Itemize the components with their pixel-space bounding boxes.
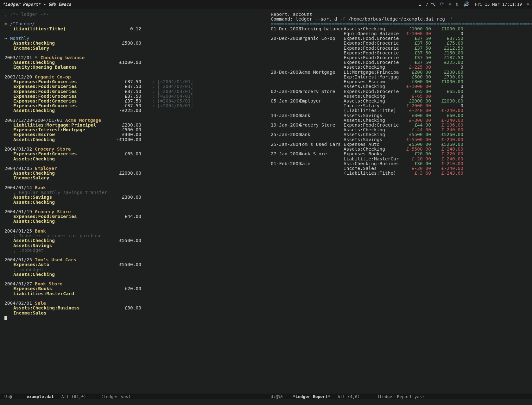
report-row: Income:Salary£-2000.000 (271, 103, 529, 108)
modeline-mode: (Ledger Report yas) (377, 395, 424, 399)
modeline-position: All (4,0) (330, 395, 377, 399)
modeline-position: All (64,0) (54, 395, 101, 399)
minibuffer[interactable] (0, 399, 532, 405)
report-divider: ========================================… (271, 22, 529, 26)
mail-icon[interactable]: ✉ (449, 2, 452, 7)
report-row: 19-Jan-2004Grocery StoreExpens:Food:Groc… (271, 123, 529, 128)
top-panel: *Ledger Report* - GNU Emacs ☁ 7 °C ⟳ ✉ ⇅… (0, 0, 532, 9)
right-modeline: -U:@%%- *Ledger Report* All (4,0) (Ledge… (266, 394, 532, 399)
report-header-1: Report: account (271, 12, 529, 17)
report-row: Assets:Checking£-44.00£-240.00 (271, 128, 529, 132)
report-row: Expenses:Escrow£300.00£1000.00 (271, 79, 529, 84)
report-row: Expens:Food:Groceries£37.50£225.00 (271, 60, 529, 65)
report-row: 20-Dec-2003Organic Co-opExpens:Food:Groc… (271, 36, 529, 41)
report-row: Exp:Interest:Mortgage£500.00£700.00 (271, 75, 529, 79)
modeline-fill: ----------------------------------------… (131, 395, 266, 399)
report-row: Assets:Checking£-65.000 (271, 94, 529, 99)
report-row: 25-Jan-2004Tom's Used CarsExpenses:Auto£… (271, 142, 529, 147)
report-row: 02-Jan-2004Grocery StoreExpens:Food:Groc… (271, 89, 529, 94)
weather-icon: ☁ (418, 2, 421, 7)
report-row: Income:Sales£-30.00£-240.00 (271, 166, 529, 171)
left-pane[interactable]: ; -*- ledger -*- = /^Income/(Liabilities… (0, 9, 266, 399)
report-row: Assets:Checking£-5500.00£-240.00 (271, 147, 529, 152)
report-row: 05-Jan-2004EmployerAssets:Checking£2000.… (271, 99, 529, 103)
system-tray: ☁ 7 °C ⟳ ✉ ⇅ 🔊 Fri 15 Mar 17:11:19 ☼ (418, 2, 529, 7)
modeline-flags: -U:@%%- (268, 395, 293, 399)
modeline-fill: ----------------------------------------… (424, 395, 532, 399)
ledger-report-buffer[interactable]: Report: accountCommand: ledger --sort d … (266, 9, 532, 394)
volume-icon[interactable]: 🔊 (463, 2, 469, 7)
report-row: Assets:Checking£-1000.000 (271, 84, 529, 89)
report-row: Expens:Food:Groceries£37.50£75.00 (271, 41, 529, 46)
window-title: *Ledger Report* - GNU Emacs (3, 2, 71, 7)
modeline-buffer-name: example.dat (27, 395, 54, 399)
report-header-2: Command: ledger --sort d -f /home/borbus… (271, 17, 529, 22)
settings-icon[interactable]: ☼ (526, 2, 529, 7)
report-row: (Liabilities:Tithe)£-3.60£-243.60 (271, 171, 529, 176)
modeline-buffer-name: *Ledger Report* (293, 395, 330, 399)
left-modeline: -U:@--- example.dat All (64,0) (Ledger y… (0, 394, 266, 399)
report-row: Expens:Food:Groceries£37.50£112.50 (271, 46, 529, 51)
clock: Fri 15 Mar 17:11:19 (475, 2, 522, 7)
report-row: 14-Jan-2004BankAssets:Savings£300.00£60.… (271, 113, 529, 118)
report-row: Expens:Food:Groceries£37.50£150.00 (271, 51, 529, 55)
report-row: Expens:Food:Groceries£37.50£187.50 (271, 55, 529, 60)
report-row: 01-Feb-2004SaleAss:Checking:Business£30.… (271, 161, 529, 166)
report-row: 01-Dec-2003Checking balanceAssets:Checki… (271, 27, 529, 31)
network-icon[interactable]: ⇅ (456, 2, 459, 7)
report-row: Assets:Savings£-5500.00£-240.00 (271, 137, 529, 142)
right-pane[interactable]: Report: accountCommand: ledger --sort d … (266, 9, 532, 399)
emacs-frame: ; -*- ledger -*- = /^Income/(Liabilities… (0, 9, 532, 399)
report-row: Equi:Opening Balances£-1000.000 (271, 31, 529, 36)
report-row: 27-Jan-2004Book StoreExpenses:Books£20.0… (271, 152, 529, 156)
report-row: Liabilitie:MasterCard£-20.00£-240.00 (271, 157, 529, 161)
report-row: 28-Dec-2003Acme MortgageLi:Mortgage:Prin… (271, 70, 529, 75)
report-row: (Liabilities:Tithe)£-240.00£-240.00 (271, 108, 529, 113)
refresh-icon[interactable]: ⟳ (440, 2, 444, 7)
ledger-source-buffer[interactable]: ; -*- ledger -*- = /^Income/(Liabilities… (0, 9, 266, 394)
weather-text: 7 °C (426, 2, 435, 7)
report-row: 25-Jan-2004BankAssets:Checking£5500.00£5… (271, 132, 529, 137)
report-row: Assets:Checking£-225.000 (271, 65, 529, 70)
modeline-flags: -U:@--- (2, 395, 27, 399)
report-row: Assets:Checking£-300.00£-240.00 (271, 118, 529, 123)
modeline-mode: (Ledger yas) (101, 395, 131, 399)
